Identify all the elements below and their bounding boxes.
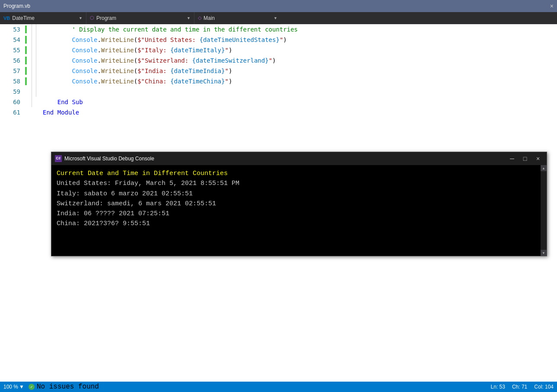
indent-56 [28,55,41,66]
console-scroll-up[interactable]: ▲ [541,165,547,171]
bookmark-55 [24,45,28,55]
status-col: Col: 104 [534,384,554,390]
line-num-56: 56 [0,55,24,66]
line-numbers-gutter: 53 54 55 56 57 58 59 60 61 [0,24,24,386]
nav-dropdowns-row: VB DateTime ▼ ⬡ Program ▼ ◇ Main ▼ [0,12,557,24]
console-maximize-button[interactable]: □ [520,153,530,164]
dropdown-arrow-left: ▼ [79,16,83,20]
bookmark-bar [24,24,28,386]
dropdown-arrow-middle: ▼ [187,16,191,20]
line-num-58: 58 [0,76,24,86]
check-icon: ✓ [29,384,35,390]
title-filename: Program.vb [3,3,30,9]
vb-icon: VB [3,16,10,21]
indent-60 [28,97,41,107]
title-close-button[interactable]: × [550,3,554,10]
line-num-53: 53 [0,24,24,35]
debug-console-window: C# Microsoft Visual Studio Debug Console… [51,152,547,256]
main-icon: ◇ [198,15,201,21]
zoom-value: 100 % [3,384,18,390]
line-num-61: 61 [0,107,24,118]
indent-61 [28,107,41,118]
comment-53: ' Display the current date and time in t… [43,26,298,33]
indent-53 [28,24,41,35]
code-line-54: Console.WriteLine($"United States: {date… [43,35,557,45]
zoom-dropdown-icon[interactable]: ▼ [19,384,24,390]
console-line-5: China: 2021?3?6? 9:55:51 [57,219,535,229]
console-minimize-button[interactable]: ─ [507,153,517,164]
status-ln: Ln: 53 [491,384,505,390]
status-ch: Ch: 71 [512,384,527,390]
code-line-53: ' Display the current date and time in t… [43,24,557,35]
line-num-57: 57 [0,66,24,76]
status-zoom[interactable]: 100 % ▼ [3,384,24,390]
line-num-54: 54 [0,35,24,45]
status-bar: 100 % ▼ ✓ No issues found Ln: 53 Ch: 71 … [0,382,557,392]
main-container: 53 54 55 56 57 58 59 60 61 [0,24,557,392]
bookmark-57 [24,66,28,76]
nav-label-program: Program [96,15,116,21]
nav-label-datetime: DateTime [12,15,35,21]
bookmark-61 [24,107,28,118]
bookmark-58 [24,76,28,86]
code-line-58: Console.WriteLine($"China: {dateTimeChin… [43,76,557,86]
console-line-1: United States: Friday, March 5, 2021 8:5… [57,178,535,188]
console-line-4: India: 06 ????? 2021 07:25:51 [57,209,535,219]
console-line-3: Switzerland: samedi, 6 mars 2021 02:55:5… [57,199,535,209]
console-scroll-down[interactable]: ▼ [541,250,547,256]
bookmark-60 [24,97,28,107]
line-num-55: 55 [0,45,24,55]
no-issues-text: No issues found [37,383,99,391]
bookmark-53 [24,24,28,35]
indent-bar [28,24,41,386]
indent-57 [28,66,41,76]
bookmark-56 [24,55,28,66]
code-line-59 [43,86,557,97]
indent-58 [28,76,41,86]
nav-dropdown-datetime[interactable]: VB DateTime ▼ [0,12,86,24]
bookmark-54 [24,35,28,45]
line-num-60: 60 [0,97,24,107]
status-right: Ln: 53 Ch: 71 Col: 104 [491,384,554,390]
console-app-icon: C# [55,155,62,162]
title-bar: Program.vb × [0,0,557,12]
nav-label-main: Main [204,15,215,21]
dropdown-arrow-right: ▼ [274,16,277,20]
indent-55 [28,45,41,55]
indent-54 [28,35,41,45]
indent-59 [28,86,41,97]
console-line-0: Current Date and Time in Different Count… [57,169,535,178]
console-title-bar: C# Microsoft Visual Studio Debug Console… [51,152,547,165]
console-scrollbar[interactable]: ▲ ▼ [541,165,547,256]
console-close-button[interactable]: × [533,153,543,164]
code-line-61: End Module [43,107,557,118]
code-line-55: Console.WriteLine($"Italy: {dateTimeItal… [43,45,557,55]
line-num-59: 59 [0,86,24,97]
bookmark-59 [24,86,28,97]
nav-dropdown-program[interactable]: ⬡ Program ▼ [86,12,194,24]
console-scroll-track [541,171,547,250]
program-icon: ⬡ [90,15,94,21]
console-line-2: Italy: sabato 6 marzo 2021 02:55:51 [57,189,535,199]
console-body: Current Date and Time in Different Count… [51,165,541,256]
code-line-57: Console.WriteLine($"India: {dateTimeIndi… [43,66,557,76]
console-content-area: Current Date and Time in Different Count… [51,165,547,256]
code-line-56: Console.WriteLine($"Switzerland: {dateTi… [43,55,557,66]
status-no-issues: ✓ No issues found [29,383,99,391]
nav-dropdown-main[interactable]: ◇ Main ▼ [194,12,281,24]
code-line-60: End Sub [43,97,557,107]
console-title-text: Microsoft Visual Studio Debug Console [64,156,504,162]
